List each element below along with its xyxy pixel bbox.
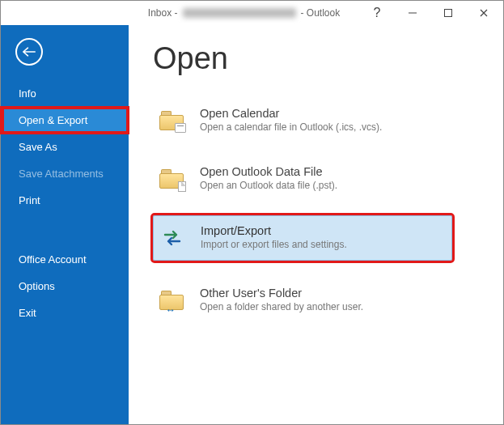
sidebar-nav: Info Open & Export Save As Save Attachme… <box>1 80 129 214</box>
minimize-button[interactable] <box>395 2 430 24</box>
maximize-button[interactable] <box>430 2 466 24</box>
title-suffix: - Outlook <box>301 7 341 19</box>
titlebar: Inbox - - Outlook ? <box>1 1 503 25</box>
sidebar-item-office-account[interactable]: Office Account <box>1 246 129 273</box>
sidebar-item-info[interactable]: Info <box>1 80 129 107</box>
sidebar-item-exit[interactable]: Exit <box>1 300 129 326</box>
sidebar: Info Open & Export Save As Save Attachme… <box>1 25 129 424</box>
help-button[interactable]: ? <box>359 2 395 24</box>
back-button[interactable] <box>15 38 43 66</box>
option-title: Open Calendar <box>200 107 382 120</box>
outlook-window: Inbox - - Outlook ? Info Open & E <box>0 0 504 425</box>
window-title: Inbox - - Outlook <box>1 7 359 19</box>
sidebar-item-options[interactable]: Options <box>1 273 129 300</box>
option-desc: Open an Outlook data file (.pst). <box>200 180 337 191</box>
option-desc: Open a folder shared by another user. <box>200 301 363 312</box>
datafile-folder-icon <box>158 165 185 193</box>
sidebar-item-print[interactable]: Print <box>1 187 129 214</box>
sidebar-item-save-as[interactable]: Save As <box>1 134 129 160</box>
option-title: Other User's Folder <box>200 287 363 300</box>
option-desc: Import or export files and settings. <box>201 239 347 250</box>
option-open-calendar[interactable]: Open Calendar Open a calendar file in Ou… <box>153 99 489 142</box>
backstage-body: Info Open & Export Save As Save Attachme… <box>1 25 503 424</box>
calendar-folder-icon <box>158 107 185 134</box>
option-import-export[interactable]: Import/Export Import or export files and… <box>153 215 452 261</box>
import-export-icon <box>159 224 186 252</box>
sidebar-item-save-attachments: Save Attachments <box>1 160 129 187</box>
sidebar-item-open-export[interactable]: Open & Export <box>1 107 129 134</box>
sidebar-nav-secondary: Office Account Options Exit <box>1 246 129 326</box>
page-title: Open <box>153 41 489 76</box>
window-controls: ? <box>359 2 502 24</box>
svg-rect-0 <box>409 13 417 14</box>
title-prefix: Inbox - <box>148 7 178 19</box>
close-button[interactable] <box>466 2 502 24</box>
svg-rect-1 <box>445 10 452 17</box>
account-name-obscured <box>183 8 296 18</box>
shared-folder-icon: ↔ <box>158 287 185 314</box>
option-other-users-folder[interactable]: ↔ Other User's Folder Open a folder shar… <box>153 278 489 322</box>
option-title: Import/Export <box>201 224 347 237</box>
option-title: Open Outlook Data File <box>200 165 337 178</box>
main-pane: Open Open Calendar Open a calendar file … <box>129 25 503 424</box>
option-open-data-file[interactable]: Open Outlook Data File Open an Outlook d… <box>153 157 489 201</box>
option-desc: Open a calendar file in Outlook (.ics, .… <box>200 121 382 133</box>
